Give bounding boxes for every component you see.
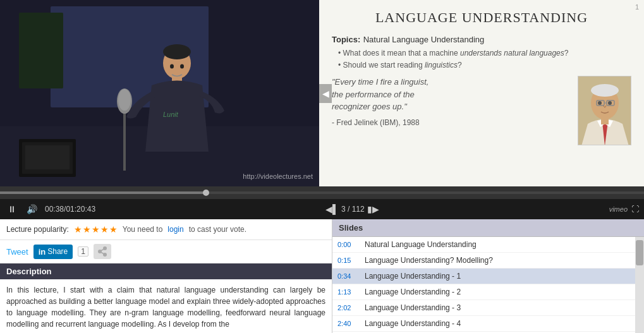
prev-slide-button[interactable]: ◀▌ — [325, 204, 339, 214]
slide-position: 3 / 112 — [341, 205, 365, 214]
svg-point-15 — [180, 64, 184, 69]
slide-item-time: 0:34 — [337, 272, 360, 280]
slide-item-time: 1:13 — [337, 288, 360, 296]
volume-button[interactable]: 🔊 — [24, 203, 40, 215]
main-container: Lunit http://videolectures.net ◀ 1 LANGU… — [0, 0, 644, 333]
watermark: http://videolectures.net — [243, 173, 313, 180]
slide-title: LANGUAGE UNDERSTANDING — [332, 9, 631, 26]
slide-quote-area: "Every time I fire a linguist,the perfor… — [332, 76, 631, 145]
svg-point-11 — [163, 44, 191, 59]
slide-bullet-1: • What does it mean that a machine under… — [338, 49, 631, 58]
social-row: Tweet in Share 1 — [0, 240, 332, 263]
slide-prev-arrow[interactable]: ◀ — [319, 84, 332, 103]
login-link[interactable]: login — [167, 225, 183, 234]
star-3: ★ — [92, 224, 100, 234]
svg-point-21 — [608, 101, 612, 105]
bottom-area: Lecture popularity: ★ ★ ★ ★ ★ You need t… — [0, 219, 644, 333]
slides-scrollbar[interactable] — [635, 237, 644, 333]
slide-item-name: Language Understanding - 2 — [365, 288, 461, 296]
slide-item-time: 2:40 — [337, 320, 360, 327]
slide-item-name: Language Understanding - 3 — [365, 303, 461, 312]
popularity-label: Lecture popularity: — [6, 225, 69, 234]
slide-photo — [578, 76, 631, 145]
slide-quote-text: "Every time I fire a linguist,the perfor… — [332, 76, 571, 113]
left-panel: Lecture popularity: ★ ★ ★ ★ ★ You need t… — [0, 219, 332, 333]
slide-list-item[interactable]: 0:00Natural Language Understanding — [332, 237, 635, 253]
progress-bar[interactable] — [0, 186, 644, 199]
slides-list-container: 0:00Natural Language Understanding0:15La… — [332, 237, 644, 333]
star-2: ★ — [83, 224, 91, 234]
vote-text: You need to — [123, 225, 163, 234]
star-rating: ★ ★ ★ ★ ★ — [74, 224, 118, 234]
slide-item-time: 0:00 — [337, 241, 360, 248]
star-5: ★ — [109, 224, 118, 234]
description-header: Description — [0, 263, 332, 279]
slides-list: 0:00Natural Language Understanding0:15La… — [332, 237, 635, 333]
quote-attribution: - Fred Jelinek (IBM), 1988 — [332, 118, 571, 127]
topics-label: Topics: — [332, 35, 360, 44]
next-slide-button[interactable]: ▮▶ — [367, 204, 379, 214]
star-4: ★ — [100, 224, 109, 234]
linkedin-share-button[interactable]: in Share — [33, 245, 73, 259]
slide-quote-block: "Every time I fire a linguist,the perfor… — [332, 76, 571, 145]
slide-list-item[interactable]: 1:13Language Understanding - 2 — [332, 284, 635, 300]
slide-content: LANGUAGE UNDERSTANDING Topics: Natural L… — [319, 0, 644, 155]
vimeo-logo: vimeo — [609, 205, 628, 213]
video-background: Lunit http://videolectures.net — [0, 0, 319, 186]
slide-list-item[interactable]: 0:34Language Understanding - 1 — [332, 269, 635, 284]
slide-item-name: Language Understanding? Modelling? — [365, 256, 493, 265]
svg-point-20 — [598, 101, 602, 105]
svg-point-19 — [591, 84, 619, 97]
slide-item-time: 2:02 — [337, 304, 360, 312]
share-image-icon[interactable] — [94, 244, 111, 259]
linkedin-icon: in — [39, 247, 46, 257]
slide-bullet-2: • Should we start reading linguistics? — [338, 61, 631, 70]
svg-rect-3 — [19, 13, 63, 88]
slide-item-time: 0:15 — [337, 257, 360, 264]
slide-list-item[interactable]: 2:02Language Understanding - 3 — [332, 300, 635, 316]
slide-item-name: Natural Language Understanding — [365, 240, 477, 249]
svg-text:Lunit: Lunit — [163, 111, 179, 118]
video-area: Lunit http://videolectures.net ◀ 1 LANGU… — [0, 0, 644, 186]
slide-item-name: Language Understanding - 1 — [365, 272, 461, 281]
fullscreen-button[interactable]: ⛶ — [631, 205, 639, 214]
right-controls: vimeo ⛶ — [609, 205, 639, 214]
vote-text2: to cast your vote. — [189, 225, 246, 234]
share-count: 1 — [78, 246, 88, 257]
linkedin-label: Share — [47, 247, 68, 256]
tweet-button[interactable]: Tweet — [6, 247, 28, 257]
slide-display: ◀ 1 LANGUAGE UNDERSTANDING Topics: Natur… — [319, 0, 644, 186]
right-panel: Slides 0:00Natural Language Understandin… — [332, 219, 644, 333]
svg-point-9 — [118, 89, 131, 111]
jelinek-photo-svg — [578, 76, 631, 145]
svg-rect-6 — [25, 145, 70, 169]
slide-number-badge: 1 — [635, 3, 639, 11]
slides-header: Slides — [332, 219, 644, 237]
nav-controls: ◀▌ 3 / 112 ▮▶ — [325, 204, 379, 214]
presenter-video: Lunit http://videolectures.net — [0, 0, 319, 186]
presenter-svg: Lunit — [0, 0, 319, 186]
topics-text: Natural Language Understanding — [363, 35, 485, 44]
svg-rect-25 — [601, 117, 609, 124]
slide-list-item[interactable]: 2:40Language Understanding - 4 — [332, 316, 635, 332]
svg-point-14 — [170, 64, 174, 69]
time-display: 00:38/01:20:43 — [45, 205, 95, 214]
star-1: ★ — [74, 224, 82, 234]
slide-item-name: Language Understanding - 4 — [365, 319, 461, 328]
controls-bottom: ⏸ 🔊 00:38/01:20:43 ◀▌ 3 / 112 ▮▶ vimeo ⛶ — [0, 199, 644, 219]
controls-bar: ⏸ 🔊 00:38/01:20:43 ◀▌ 3 / 112 ▮▶ vimeo ⛶ — [0, 186, 644, 219]
slide-topics-row: Topics: Natural Language Understanding — [332, 33, 631, 45]
share-icon-svg — [96, 245, 109, 258]
description-text: In this lecture, I start with a claim th… — [0, 279, 332, 333]
slide-list-item[interactable]: 0:15Language Understanding? Modelling? — [332, 253, 635, 269]
pause-button[interactable]: ⏸ — [5, 203, 19, 215]
lecture-meta: Lecture popularity: ★ ★ ★ ★ ★ You need t… — [0, 219, 332, 240]
